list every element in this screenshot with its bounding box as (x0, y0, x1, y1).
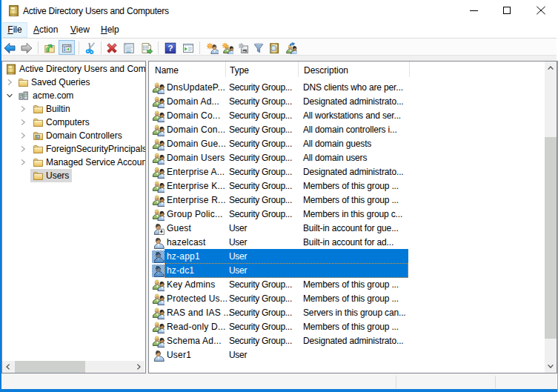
svg-text:?: ? (167, 44, 173, 53)
